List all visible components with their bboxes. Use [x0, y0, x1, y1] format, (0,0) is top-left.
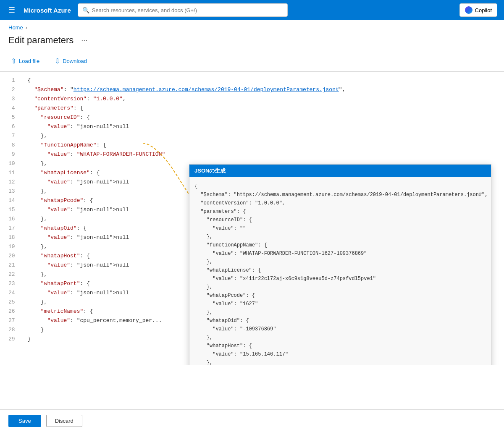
code-line: "value": "json-null">null — [28, 122, 500, 131]
copilot-label: Copilot — [475, 7, 492, 13]
line-number: 16 — [5, 215, 18, 224]
line-number: 6 — [5, 122, 18, 131]
load-file-button[interactable]: ⇧ Load file — [8, 55, 42, 67]
upload-icon: ⇧ — [11, 57, 16, 65]
editor-container: 1234567891011121314151617181920212223242… — [0, 71, 504, 365]
line-number: 5 — [5, 113, 18, 122]
line-numbers: 1234567891011121314151617181920212223242… — [0, 76, 24, 344]
azure-title: Microsoft Azure — [24, 7, 71, 14]
copilot-button[interactable]: Copilot — [459, 3, 497, 17]
search-bar[interactable]: 🔍 — [78, 3, 288, 17]
line-number: 25 — [5, 298, 18, 307]
line-number: 21 — [5, 261, 18, 270]
line-number: 20 — [5, 251, 18, 261]
code-line: "contentVersion": "1.0.0.0", — [28, 94, 500, 104]
line-number: 24 — [5, 288, 18, 298]
line-number: 18 — [5, 233, 18, 242]
line-number: 2 — [5, 85, 18, 94]
bottom-bar: Save Discard — [0, 409, 504, 410]
line-number: 26 — [5, 307, 18, 316]
line-number: 29 — [5, 335, 18, 344]
search-icon: 🔍 — [82, 7, 89, 13]
download-label: Download — [63, 58, 87, 64]
code-line: { — [28, 76, 500, 85]
code-line: "parameters": { — [28, 104, 500, 113]
line-number: 19 — [5, 242, 18, 251]
line-number: 28 — [5, 325, 18, 335]
line-number: 3 — [5, 94, 18, 104]
hamburger-menu[interactable]: ☰ — [7, 4, 17, 16]
code-line: "resourceID": { — [28, 113, 500, 122]
popup-content[interactable]: { "$schema": "https://schema.management.… — [189, 177, 491, 365]
line-number: 9 — [5, 150, 18, 159]
load-file-label: Load file — [19, 58, 39, 64]
download-button[interactable]: ⇩ Download — [52, 55, 89, 67]
line-number: 8 — [5, 141, 18, 150]
code-line: "value": "WHATAP-FORWARDER-FUNCTION" — [28, 150, 500, 159]
azure-header: ☰ Microsoft Azure 🔍 Copilot — [0, 0, 504, 20]
code-line: }, — [28, 131, 500, 141]
line-number: 12 — [5, 178, 18, 187]
search-input[interactable] — [92, 7, 283, 13]
line-number: 14 — [5, 196, 18, 205]
popup-title: JSONの生成 — [189, 165, 491, 177]
line-number: 22 — [5, 270, 18, 279]
code-line: "functionAppName": { — [28, 141, 500, 150]
download-icon: ⇩ — [55, 57, 60, 65]
line-number: 15 — [5, 205, 18, 215]
page-header: Edit parameters ··· — [0, 32, 504, 51]
line-number: 7 — [5, 131, 18, 141]
page-options-button[interactable]: ··· — [79, 35, 90, 46]
line-number: 23 — [5, 279, 18, 288]
breadcrumb-separator: › — [26, 25, 27, 31]
copilot-icon — [465, 6, 472, 14]
line-number: 27 — [5, 316, 18, 325]
page-title: Edit parameters — [8, 35, 74, 46]
code-line: "$schema": "https://schema.management.az… — [28, 85, 500, 94]
toolbar: ⇧ Load file ⇩ Download — [0, 51, 504, 71]
breadcrumb: Home › — [0, 20, 504, 32]
line-number: 10 — [5, 159, 18, 168]
line-number: 4 — [5, 104, 18, 113]
line-number: 1 — [5, 76, 18, 85]
line-number: 13 — [5, 187, 18, 196]
line-number: 11 — [5, 168, 18, 178]
breadcrumb-home[interactable]: Home — [8, 24, 23, 31]
json-popup: JSONの生成 { "$schema": "https://schema.man… — [189, 164, 491, 365]
line-number: 17 — [5, 224, 18, 233]
